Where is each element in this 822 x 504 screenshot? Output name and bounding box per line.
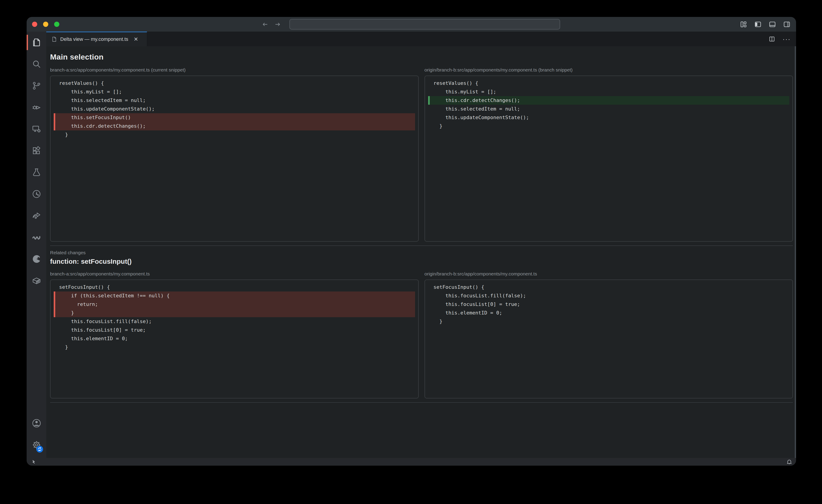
related-changes-label: Related changes xyxy=(50,250,793,256)
section-separator xyxy=(50,402,793,403)
activity-bar-bottom xyxy=(27,412,46,458)
split-editor-icon[interactable] xyxy=(769,36,775,42)
toggle-primary-sidebar-icon[interactable] xyxy=(754,21,762,28)
commit-graph-icon xyxy=(32,189,41,199)
close-window-button[interactable] xyxy=(32,22,37,27)
activitybar-wave[interactable] xyxy=(27,226,46,248)
code-line: } xyxy=(54,130,415,139)
editor-actions: ··· xyxy=(769,32,796,46)
code-line: } xyxy=(54,343,415,352)
remote-icon xyxy=(30,458,37,465)
command-center-search[interactable] xyxy=(290,19,560,30)
code-line: this.focusList.fill(false); xyxy=(54,317,415,326)
main-selection-panels: branch-a:src/app/components/my.component… xyxy=(50,67,793,241)
app-window: Delta view — my.component.ts ✕ ··· Main … xyxy=(27,17,796,466)
activitybar-source-control[interactable] xyxy=(27,75,46,96)
code-line: setFocusInput() { xyxy=(54,283,415,292)
notifications-bell[interactable] xyxy=(786,459,792,465)
remote-indicator[interactable] xyxy=(30,458,37,465)
activitybar-container[interactable] xyxy=(27,270,46,292)
main-left-path-label: branch-a:src/app/components/my.component… xyxy=(50,67,419,73)
screen: Delta view — my.component.ts ✕ ··· Main … xyxy=(0,0,822,504)
related-right-path-label: origin/branch-b:src/app/components/my.co… xyxy=(425,271,793,277)
bell-icon xyxy=(786,459,792,465)
code-line: } xyxy=(428,317,790,326)
editor-scrollbar[interactable] xyxy=(795,46,796,458)
code-line: this.updateComponentState(); xyxy=(428,113,790,122)
customize-layout-icon[interactable] xyxy=(740,21,747,28)
wave-icon xyxy=(32,232,41,242)
search-icon xyxy=(32,59,41,69)
file-icon xyxy=(51,36,57,42)
tab-close-icon[interactable]: ✕ xyxy=(134,36,138,42)
layout-controls xyxy=(740,17,791,32)
history-navigation xyxy=(261,17,282,32)
main-area: Delta view — my.component.ts ✕ ··· Main … xyxy=(27,32,796,458)
code-line: resetValues() { xyxy=(428,79,790,87)
code-line: this.selectedItem = null; xyxy=(428,105,790,113)
code-line: this.myList = []; xyxy=(428,87,790,96)
code-line: this.setFocusInput() xyxy=(54,113,415,122)
activitybar-remote-explorer[interactable] xyxy=(27,118,46,140)
activitybar-extensions[interactable] xyxy=(27,140,46,161)
code-line: this.cdr.detectChanges(); xyxy=(54,122,415,130)
main-left-code-panel[interactable]: resetValues() { this.myList = []; this.s… xyxy=(50,76,419,241)
back-arrow-icon[interactable] xyxy=(261,21,269,28)
more-actions-icon[interactable]: ··· xyxy=(783,37,791,41)
activitybar-search[interactable] xyxy=(27,53,46,75)
function-heading: function: setFocusInput() xyxy=(50,258,793,265)
activity-bar xyxy=(27,32,46,458)
activitybar-commit-graph[interactable] xyxy=(27,183,46,205)
related-changes-panels: branch-a:src/app/components/my.component… xyxy=(50,271,793,398)
activitybar-run-debug[interactable] xyxy=(27,96,46,118)
activitybar-accounts[interactable] xyxy=(27,412,46,434)
tab-title: Delta view — my.component.ts xyxy=(60,36,128,42)
code-line: this.elementID = 0; xyxy=(54,334,415,343)
activitybar-settings[interactable] xyxy=(27,434,46,456)
source-control-icon xyxy=(32,81,41,91)
code-line: this.focusList[0] = true; xyxy=(428,300,790,309)
related-left-column: branch-a:src/app/components/my.component… xyxy=(50,271,419,398)
code-line: return; xyxy=(54,300,415,309)
code-line: this.myList = []; xyxy=(54,87,415,96)
related-left-code-panel[interactable]: setFocusInput() { if (this.selectedItem … xyxy=(50,280,419,398)
extensions-icon xyxy=(32,146,41,156)
code-line: resetValues() { xyxy=(54,79,415,87)
section-separator xyxy=(50,245,793,246)
zoom-window-button[interactable] xyxy=(54,22,59,27)
code-line: this.focusList[0] = true; xyxy=(54,326,415,334)
main-selection-heading: Main selection xyxy=(50,53,793,61)
activitybar-testing[interactable] xyxy=(27,161,46,183)
code-line: } xyxy=(428,122,790,130)
toggle-panel-icon[interactable] xyxy=(769,21,776,28)
explorer-files-icon xyxy=(31,37,42,48)
tab-bar: Delta view — my.component.ts ✕ ··· xyxy=(46,32,796,46)
code-line: this.selectedItem = null; xyxy=(54,96,415,105)
related-left-path-label: branch-a:src/app/components/my.component… xyxy=(50,271,419,277)
pacman-icon xyxy=(32,254,41,264)
main-left-column: branch-a:src/app/components/my.component… xyxy=(50,67,419,241)
related-right-column: origin/branch-b:src/app/components/my.co… xyxy=(425,271,793,398)
minimize-window-button[interactable] xyxy=(43,22,48,27)
activitybar-explorer[interactable] xyxy=(27,32,46,53)
code-line: this.cdr.detectChanges(); xyxy=(428,96,790,105)
main-right-path-label: origin/branch-b:src/app/components/my.co… xyxy=(425,67,793,73)
code-line: } xyxy=(54,309,415,317)
tab-delta-view[interactable]: Delta view — my.component.ts ✕ xyxy=(46,32,147,46)
code-line: this.updateComponentState(); xyxy=(54,105,415,113)
activitybar-share[interactable] xyxy=(27,205,46,226)
main-right-code-panel[interactable]: resetValues() { this.myList = []; this.c… xyxy=(425,76,793,241)
code-line: setFocusInput() { xyxy=(428,283,790,292)
remote-explorer-icon xyxy=(32,124,41,134)
run-and-debug-icon xyxy=(32,102,41,112)
code-line: if (this.selectedItem !== null) { xyxy=(54,292,415,300)
forward-arrow-icon[interactable] xyxy=(274,21,282,28)
main-right-column: origin/branch-b:src/app/components/my.co… xyxy=(425,67,793,241)
toggle-secondary-sidebar-icon[interactable] xyxy=(783,21,791,28)
sync-icon xyxy=(37,447,42,451)
related-right-code-panel[interactable]: setFocusInput() { this.focusList.fill(fa… xyxy=(425,280,793,398)
container-box-icon xyxy=(32,276,41,286)
activitybar-pacman[interactable] xyxy=(27,248,46,270)
account-icon xyxy=(31,418,42,428)
editor-area: Delta view — my.component.ts ✕ ··· Main … xyxy=(46,32,796,458)
